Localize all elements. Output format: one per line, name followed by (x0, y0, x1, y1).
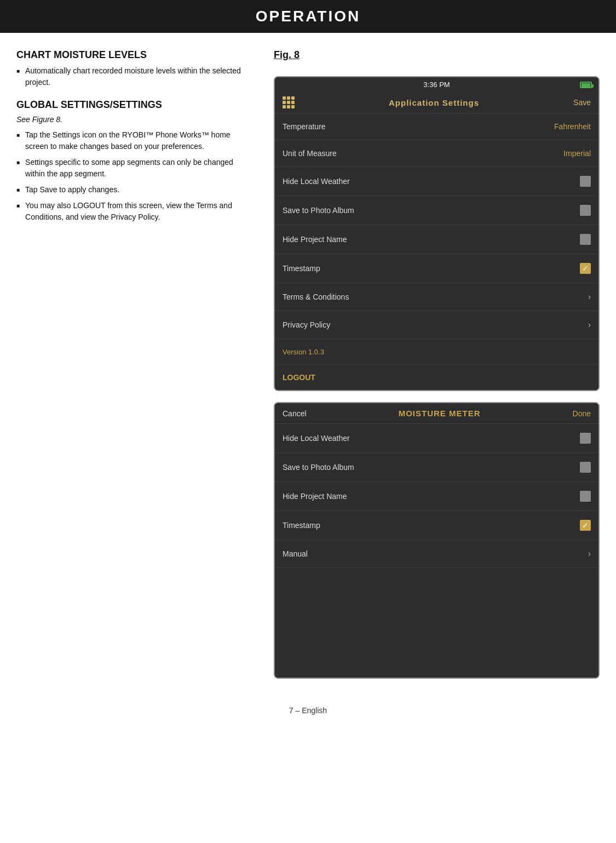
status-bar: 3:36 PM (275, 77, 598, 92)
footer-text: 7 – English (289, 706, 327, 715)
nav-title: Application Settings (389, 98, 479, 107)
main-content: CHART MOISTURE LEVELS Automatically char… (0, 33, 616, 695)
chevron-icon: › (588, 549, 591, 559)
settings-row-unit-of-measure: Unit of Measure Imperial (275, 140, 598, 167)
row-label: Unit of Measure (283, 149, 337, 158)
mm-settings-list: Hide Local Weather Save to Photo Album H… (275, 424, 598, 678)
nav-save-button[interactable]: Save (573, 98, 591, 107)
page-header: OPERATION (0, 0, 616, 33)
row-label: Timestamp (283, 521, 320, 530)
cancel-button[interactable]: Cancel (283, 409, 307, 418)
checkbox-hide-project-name[interactable] (580, 234, 591, 245)
bullet-item: You may also LOGOUT from this screen, vi… (16, 200, 252, 223)
section2-bullets: Tap the Settings icon on the RYOBI™ Phon… (16, 129, 252, 223)
bullet-text: Tap Save to apply changes. (25, 184, 119, 196)
screen2-moisture-meter: Cancel MOISTURE METER Done Hide Local We… (274, 402, 600, 679)
battery-icon (580, 82, 592, 88)
version-row: Version 1.0.3 (275, 339, 598, 365)
bullet-item: Automatically chart recorded moisture le… (16, 65, 252, 88)
checkbox-hide-local-weather[interactable] (580, 176, 591, 187)
settings-row-temperature: Temperature Fahrenheit (275, 113, 598, 140)
row-value-unit[interactable]: Imperial (563, 149, 591, 158)
settings-list: Temperature Fahrenheit Unit of Measure I… (275, 113, 598, 390)
chevron-icon: › (588, 320, 591, 330)
row-label: Temperature (283, 122, 326, 131)
battery-indicator (580, 82, 592, 88)
checkbox-mm-hide-local-weather[interactable] (580, 433, 591, 444)
done-button[interactable]: Done (573, 409, 591, 418)
settings-row-hide-local-weather: Hide Local Weather (275, 167, 598, 196)
page-footer: 7 – English (0, 695, 616, 726)
settings-row-hide-project-name: Hide Project Name (275, 225, 598, 254)
row-value-temperature[interactable]: Fahrenheit (554, 122, 591, 131)
bullet-text: Tap the Settings icon on the RYOBI™ Phon… (25, 129, 252, 152)
settings-row-terms-conditions[interactable]: Terms & Conditions › (275, 283, 598, 311)
checkbox-save-photo-album[interactable] (580, 205, 591, 216)
status-time: 3:36 PM (423, 81, 450, 89)
bullet-item: Settings specific to some app segments c… (16, 157, 252, 180)
bullet-text: Automatically chart recorded moisture le… (25, 65, 252, 88)
left-column: CHART MOISTURE LEVELS Automatically char… (16, 49, 257, 679)
row-label: Timestamp (283, 264, 320, 273)
row-label: Save to Photo Album (283, 206, 354, 215)
mm-row-timestamp: Timestamp ✓ (275, 511, 598, 540)
row-label: Save to Photo Album (283, 463, 354, 472)
bullet-item: Tap Save to apply changes. (16, 184, 252, 196)
row-label: Hide Project Name (283, 492, 347, 501)
row-label: Privacy Policy (283, 320, 330, 329)
section2-title: GLOBAL SETTINGS/SETTINGS (16, 99, 252, 111)
settings-row-timestamp: Timestamp ✓ (275, 254, 598, 283)
version-text: Version 1.0.3 (283, 348, 324, 356)
row-label: Terms & Conditions (283, 293, 349, 301)
mm-nav-title: MOISTURE METER (399, 409, 481, 418)
section1-bullets: Automatically chart recorded moisture le… (16, 65, 252, 88)
app-navbar: Application Settings Save (275, 92, 598, 113)
header-title: OPERATION (0, 8, 616, 25)
mm-navbar: Cancel MOISTURE METER Done (275, 403, 598, 424)
logout-text: LOGOUT (283, 373, 315, 382)
settings-row-privacy-policy[interactable]: Privacy Policy › (275, 311, 598, 339)
grid-icon[interactable] (283, 96, 295, 108)
section1-title: CHART MOISTURE LEVELS (16, 49, 252, 61)
chevron-icon: › (588, 292, 591, 302)
mm-row-hide-project-name: Hide Project Name (275, 482, 598, 511)
right-column: Fig. 8 3:36 PM Application Settings Save (274, 49, 600, 679)
row-label: Manual (283, 549, 308, 558)
screen1-application-settings: 3:36 PM Application Settings Save Temper (274, 76, 600, 391)
bullet-text: You may also LOGOUT from this screen, vi… (25, 200, 252, 223)
row-label: Hide Local Weather (283, 177, 350, 186)
empty-space (275, 568, 598, 678)
mm-row-save-photo-album: Save to Photo Album (275, 453, 598, 482)
checkbox-mm-save-photo-album[interactable] (580, 462, 591, 473)
section2-subtext: See Figure 8. (16, 115, 252, 124)
row-label: Hide Local Weather (283, 434, 350, 443)
fig-label: Fig. 8 (274, 49, 600, 61)
bullet-item: Tap the Settings icon on the RYOBI™ Phon… (16, 129, 252, 152)
bullet-text: Settings specific to some app segments c… (25, 157, 252, 180)
checkbox-mm-timestamp[interactable]: ✓ (580, 520, 591, 531)
row-label: Hide Project Name (283, 235, 347, 244)
mm-row-manual[interactable]: Manual › (275, 540, 598, 568)
logout-row[interactable]: LOGOUT (275, 365, 598, 390)
checkbox-mm-hide-project-name[interactable] (580, 491, 591, 502)
settings-row-save-photo-album: Save to Photo Album (275, 196, 598, 225)
checkbox-timestamp[interactable]: ✓ (580, 263, 591, 274)
mm-row-hide-local-weather: Hide Local Weather (275, 424, 598, 453)
